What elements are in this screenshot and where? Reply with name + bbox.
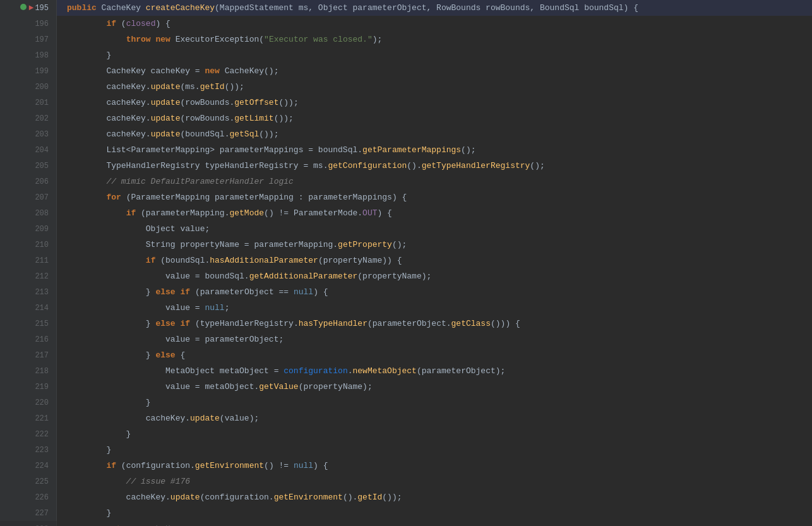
line-content-197: throw new ExecutorException("Executor wa…	[57, 32, 382, 47]
line-228: 228 return cacheKey;	[0, 521, 812, 526]
line-number-218: 218	[0, 363, 57, 379]
line-content-219: value = metaObject.getValue(propertyName…	[57, 379, 373, 395]
line-number-211: 211	[0, 253, 57, 268]
line-number-228: 228	[0, 521, 57, 526]
line-content-228: return cacheKey;	[57, 521, 185, 526]
line-content-215: } else if (typeHandlerRegistry.hasTypeHa…	[57, 316, 520, 332]
line-content-208: if (parameterMapping.getMode() != Parame…	[57, 205, 392, 221]
line-content-224: if (configuration.getEnvironment() != nu…	[57, 458, 328, 474]
line-206: 206 // mimic DefaultParameterHandler log…	[0, 174, 812, 189]
line-number-202: 202	[0, 111, 57, 126]
line-content-209: Object value;	[57, 221, 210, 237]
line-220: 220 }	[0, 395, 812, 410]
line-number-209: 209	[0, 221, 57, 237]
line-content-204: List<ParameterMapping> parameterMappings…	[57, 142, 476, 158]
line-content-226: cacheKey.update(configuration.getEnviron…	[57, 489, 402, 505]
line-214: 214 value = null;	[0, 300, 812, 316]
line-number-223: 223	[0, 442, 57, 458]
line-number-227: 227	[0, 505, 57, 521]
line-number-217: 217	[0, 347, 57, 363]
line-218: 218 MetaObject metaObject = configuratio…	[0, 363, 812, 379]
line-content-211: if (boundSql.hasAdditionalParameter(prop…	[57, 253, 402, 268]
line-number-196: 196	[0, 16, 57, 32]
line-number-225: 225	[0, 474, 57, 489]
line-223: 223 }	[0, 442, 812, 458]
line-207: 207 for (ParameterMapping parameterMappi…	[0, 189, 812, 205]
line-196: 196 if (closed) {	[0, 16, 812, 32]
line-number-226: 226	[0, 489, 57, 505]
line-number-212: 212	[0, 268, 57, 284]
line-199: 199 CacheKey cacheKey = new CacheKey();	[0, 63, 812, 79]
line-204: 204 List<ParameterMapping> parameterMapp…	[0, 142, 812, 158]
line-content-220: }	[57, 395, 151, 410]
line-content-218: MetaObject metaObject = configuration.ne…	[57, 363, 505, 379]
line-225: 225 // issue #176	[0, 474, 812, 489]
line-211: 211 if (boundSql.hasAdditionalParameter(…	[0, 253, 812, 268]
line-number-219: 219	[0, 379, 57, 395]
line-content-196: if (closed) {	[57, 16, 170, 32]
line-content-221: cacheKey.update(value);	[57, 410, 259, 426]
line-content-201: cacheKey.update(rowBounds.getOffset());	[57, 95, 299, 111]
line-number-216: 216	[0, 332, 57, 347]
line-202: 202 cacheKey.update(rowBounds.getLimit()…	[0, 111, 812, 126]
line-219: 219 value = metaObject.getValue(property…	[0, 379, 812, 395]
line-212: 212 value = boundSql.getAdditionalParame…	[0, 268, 812, 284]
line-content-210: String propertyName = parameterMapping.g…	[57, 237, 407, 253]
line-number-224: 224	[0, 458, 57, 474]
line-215: 215 } else if (typeHandlerRegistry.hasTy…	[0, 316, 812, 332]
line-209: 209 Object value;	[0, 221, 812, 237]
line-number-198: 198	[0, 47, 57, 63]
line-213: 213 } else if (parameterObject == null) …	[0, 284, 812, 300]
line-number-213: 213	[0, 284, 57, 300]
line-number-199: 199	[0, 63, 57, 79]
line-number-207: 207	[0, 189, 57, 205]
line-content-203: cacheKey.update(boundSql.getSql());	[57, 126, 278, 142]
line-number-204: 204	[0, 142, 57, 158]
code-lines: ► 195 public CacheKey createCacheKey(Map…	[0, 0, 812, 526]
line-content-206: // mimic DefaultParameterHandler logic	[57, 174, 294, 189]
line-number-206: 206	[0, 174, 57, 189]
line-content-195: public CacheKey createCacheKey(MappedSta…	[57, 0, 638, 16]
line-number-210: 210	[0, 237, 57, 253]
line-number-220: 220	[0, 395, 57, 410]
line-content-199: CacheKey cacheKey = new CacheKey();	[57, 63, 278, 79]
line-content-214: value = null;	[57, 300, 229, 316]
line-200: 200 cacheKey.update(ms.getId());	[0, 79, 812, 95]
line-number-221: 221	[0, 410, 57, 426]
line-210: 210 String propertyName = parameterMappi…	[0, 237, 812, 253]
line-number-203: 203	[0, 126, 57, 142]
line-number-222: 222	[0, 426, 57, 442]
line-number-200: 200	[0, 79, 57, 95]
line-195: ► 195 public CacheKey createCacheKey(Map…	[0, 0, 812, 16]
line-content-200: cacheKey.update(ms.getId());	[57, 79, 244, 95]
line-227: 227 }	[0, 505, 812, 521]
line-226: 226 cacheKey.update(configuration.getEnv…	[0, 489, 812, 505]
line-221: 221 cacheKey.update(value);	[0, 410, 812, 426]
line-217: 217 } else {	[0, 347, 812, 363]
line-208: 208 if (parameterMapping.getMode() != Pa…	[0, 205, 812, 221]
line-number-201: 201	[0, 95, 57, 111]
line-197: 197 throw new ExecutorException("Executo…	[0, 32, 812, 47]
line-number-205: 205	[0, 158, 57, 174]
line-222: 222 }	[0, 426, 812, 442]
line-number-195: ► 195	[0, 0, 57, 16]
line-content-202: cacheKey.update(rowBounds.getLimit());	[57, 111, 294, 126]
line-198: 198 }	[0, 47, 812, 63]
breakpoint-dot	[20, 4, 27, 10]
line-content-216: value = parameterObject;	[57, 332, 284, 347]
line-content-212: value = boundSql.getAdditionalParameter(…	[57, 268, 431, 284]
line-content-225: // issue #176	[57, 474, 190, 489]
line-number-215: 215	[0, 316, 57, 332]
line-number-208: 208	[0, 205, 57, 221]
editor-container: ► 195 public CacheKey createCacheKey(Map…	[0, 0, 812, 526]
line-number-197: 197	[0, 32, 57, 47]
line-203: 203 cacheKey.update(boundSql.getSql());	[0, 126, 812, 142]
line-205: 205 TypeHandlerRegistry typeHandlerRegis…	[0, 158, 812, 174]
line-content-207: for (ParameterMapping parameterMapping :…	[57, 189, 407, 205]
line-content-222: }	[57, 426, 131, 442]
line-content-198: }	[57, 47, 111, 63]
line-224: 224 if (configuration.getEnvironment() !…	[0, 458, 812, 474]
line-content-223: }	[57, 442, 111, 458]
line-216: 216 value = parameterObject;	[0, 332, 812, 347]
line-content-213: } else if (parameterObject == null) {	[57, 284, 328, 300]
